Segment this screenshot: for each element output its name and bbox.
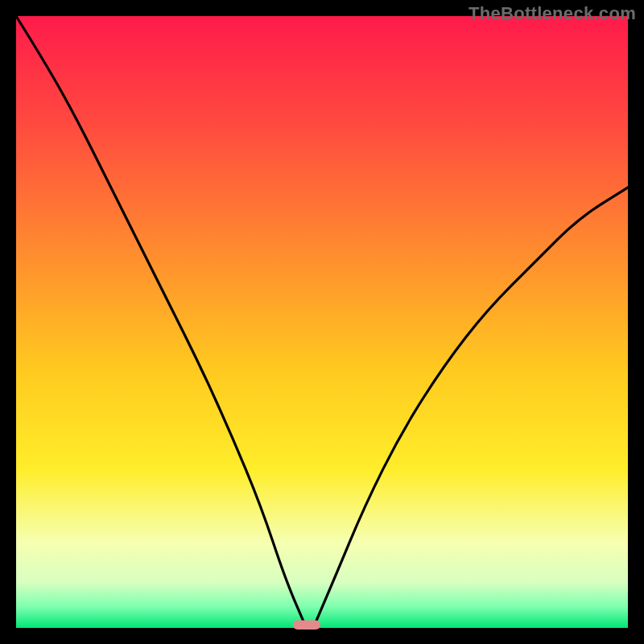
chart-root: TheBottleneck.com bbox=[0, 0, 644, 644]
bottleneck-chart bbox=[0, 0, 644, 644]
bottleneck-marker bbox=[293, 621, 320, 630]
chart-background-gradient bbox=[16, 16, 628, 628]
watermark-text: TheBottleneck.com bbox=[469, 3, 636, 24]
